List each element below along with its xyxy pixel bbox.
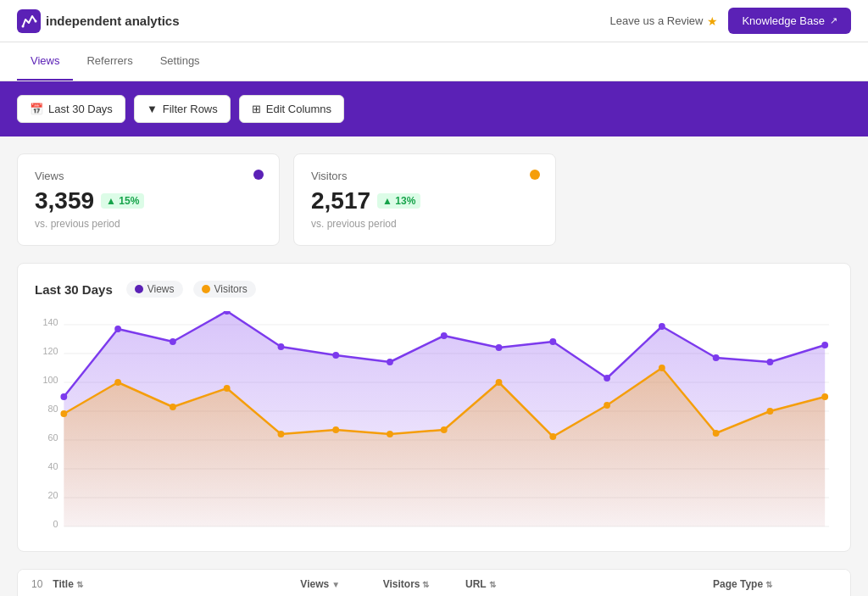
views-dot-6 [387,359,393,365]
edit-columns-button[interactable]: ⊞ Edit Columns [239,95,344,123]
visitors-sub: vs. previous period [311,218,538,230]
views-dot-11 [659,323,665,330]
visitors-value-row: 2,517 ▲ 13% [311,187,538,214]
chart-title: Last 30 Days [35,282,113,297]
visitors-dot-3 [224,385,231,392]
legend-visitors-label: Visitors [214,283,248,295]
visitors-stat-card: Visitors 2,517 ▲ 13% vs. previous period [293,153,556,246]
chart-legend: Views Visitors [126,281,256,298]
views-sub: vs. previous period [35,218,262,230]
visitors-dot-1 [114,379,121,386]
star-icon: ★ [707,14,718,28]
calendar-icon: 📅 [30,103,43,115]
legend-views: Views [126,281,183,298]
svg-text:40: 40 [47,461,58,471]
svg-text:20: 20 [47,490,58,500]
date-range-button[interactable]: 📅 Last 30 Days [17,95,125,123]
table-count: 10 [31,578,42,590]
visitors-dot-8 [496,379,503,386]
views-dot-4 [278,343,285,350]
sort-type-icon: ⇅ [765,580,772,589]
legend-views-label: Views [147,283,175,295]
visitors-change: ▲ 13% [377,193,420,209]
visitors-dot-11 [659,365,665,371]
logo: independent analytics [17,9,180,33]
views-dot-14 [821,342,828,348]
views-value-row: 3,359 ▲ 15% [35,187,262,214]
chart-svg: 0 20 40 60 80 100 120 140 [35,311,833,532]
views-change: ▲ 15% [101,193,144,209]
sort-title-icon: ⇅ [76,580,83,589]
col-page-type[interactable]: Page Type ⇅ [713,578,837,590]
knowledge-base-button[interactable]: Knowledge Base ↗ [728,8,851,34]
edit-columns-label: Edit Columns [266,103,331,115]
visitors-dot-13 [767,408,774,415]
chart-card: Last 30 Days Views Visitors 0 20 40 60 8… [17,263,851,552]
col-url[interactable]: URL ⇅ [465,578,713,590]
tab-referrers[interactable]: Referrers [73,42,146,81]
visitors-dot-9 [549,433,556,440]
svg-text:120: 120 [42,346,58,356]
col-title[interactable]: Title ⇅ [53,578,300,590]
sort-views-icon: ▼ [331,580,340,589]
header-actions: Leave us a Review ★ Knowledge Base ↗ [610,8,851,34]
main-content: Views 3,359 ▲ 15% vs. previous period Vi… [0,136,868,596]
sort-visitors-icon: ⇅ [422,580,429,589]
views-dot-10 [604,375,610,382]
nav-tabs: Views Referrers Settings [0,42,868,81]
visitors-dot [530,170,540,180]
col-views[interactable]: Views ▼ [300,578,382,590]
visitors-dot-2 [170,404,176,410]
svg-text:100: 100 [42,375,58,385]
tab-settings[interactable]: Settings [147,42,214,81]
visitors-dot-10 [604,402,610,409]
legend-visitors-dot [202,285,210,293]
svg-text:60: 60 [47,432,58,443]
filter-icon: ▼ [147,103,158,115]
col-visitors[interactable]: Visitors ⇅ [383,578,465,590]
date-range-label: Last 30 Days [48,103,113,115]
views-dot-7 [441,332,448,339]
visitors-dot-14 [821,393,828,400]
legend-views-dot [135,285,143,293]
views-dot-13 [767,359,774,365]
header: independent analytics Leave us a Review … [0,0,868,42]
svg-text:0: 0 [53,519,58,529]
leave-review-label: Leave us a Review [610,14,704,27]
leave-review-link[interactable]: Leave us a Review ★ [610,14,719,28]
visitors-dot-5 [332,426,339,433]
views-dot-12 [713,354,720,361]
views-dot-0 [60,393,67,400]
toolbar: 📅 Last 30 Days ▼ Filter Rows ⊞ Edit Colu… [0,81,868,136]
views-dot-5 [332,352,339,359]
table-card: 10 Title ⇅ Views ▼ Visitors ⇅ URL ⇅ Page… [17,569,851,596]
filter-rows-label: Filter Rows [163,103,218,115]
external-link-icon: ↗ [830,15,837,26]
visitors-label: Visitors [311,170,538,182]
visitors-number: 2,517 [311,187,370,214]
views-dot-9 [549,338,556,345]
views-dot-2 [170,338,176,345]
svg-point-1 [22,25,25,27]
visitors-dot-7 [441,426,448,433]
views-stat-card: Views 3,359 ▲ 15% vs. previous period [17,153,280,246]
svg-point-2 [35,19,37,22]
knowledge-base-label: Knowledge Base [742,14,825,27]
legend-visitors: Visitors [193,281,256,298]
visitors-dot-4 [278,431,285,437]
sort-url-icon: ⇅ [489,580,496,589]
views-dot-1 [114,326,121,332]
filter-rows-button[interactable]: ▼ Filter Rows [134,95,231,123]
svg-text:80: 80 [47,404,58,414]
views-dot-8 [496,344,503,351]
logo-text: independent analytics [46,14,180,28]
visitors-dot-12 [713,430,720,437]
chart-header: Last 30 Days Views Visitors [35,281,833,298]
views-dot [253,170,264,180]
tab-views[interactable]: Views [17,42,73,81]
svg-text:140: 140 [42,317,58,327]
stats-row: Views 3,359 ▲ 15% vs. previous period Vi… [17,153,851,246]
logo-icon [17,9,41,33]
views-number: 3,359 [35,187,94,214]
visitors-dot-0 [60,410,67,417]
